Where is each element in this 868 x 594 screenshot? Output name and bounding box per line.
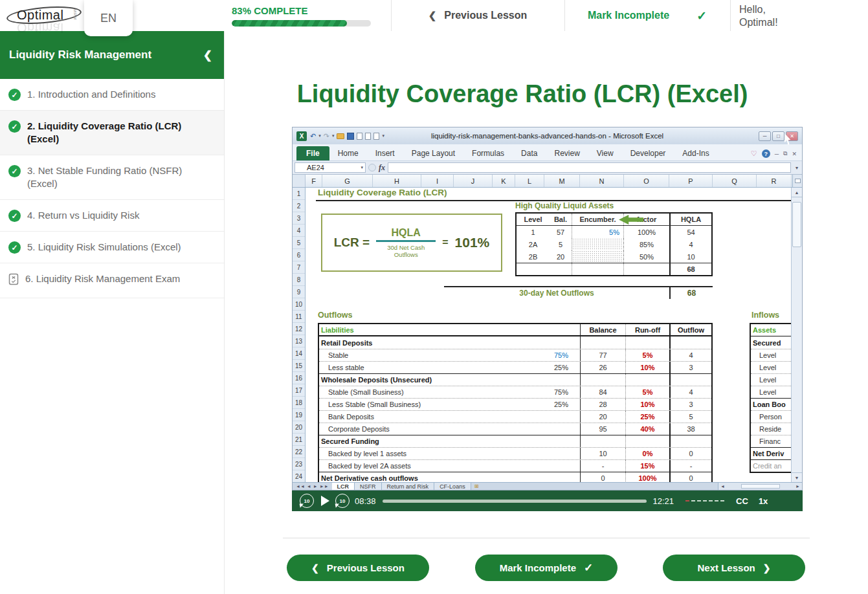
video-player[interactable]: X ↶▾ ↷▾ ▾ liquidity-risk-management-bank… (292, 127, 803, 511)
outflows-label-cell: Wholesale Deposits (Unsecured) (319, 374, 580, 386)
sidebar-item[interactable]: ✓5. Liquidity Risk Simulations (Excel) (0, 232, 224, 263)
outflows-balance-cell: 95 (580, 423, 625, 435)
outflows-row: Corporate Deposits9540%38 (319, 423, 711, 435)
footer-divider (283, 538, 810, 538)
volume-slider[interactable] (685, 500, 724, 501)
outflows-runoff-cell (625, 435, 669, 447)
sheet-title: Liquidity Coverage Ratio (LCR) (318, 188, 447, 197)
outflows-balance-cell: - (580, 460, 625, 472)
row-header-12: 12 (293, 323, 305, 335)
column-header-F: F (306, 175, 322, 187)
next-lesson-button[interactable]: Next Lesson ❯ (663, 555, 805, 581)
sheet-tab-bar: ◄◄ ◄ ► ►► LCRNSFRReturn and RiskCF-Loans… (293, 482, 802, 490)
window-buttons: ─ □ ✕ (759, 131, 798, 141)
outflows-runoff-cell: 5% (625, 349, 669, 361)
column-header-N: N (580, 175, 624, 187)
previous-lesson-link[interactable]: ❮ Previous Lesson (391, 0, 564, 31)
outflows-header-outflow: Outflow (669, 324, 711, 335)
hqla-empty-cell (572, 263, 624, 275)
greeting-line1: Hello, (739, 3, 778, 16)
outflows-outflow-cell: 4 (669, 386, 711, 398)
hqla-encumber-cell (572, 250, 624, 263)
close-workbook-icon: ✕ (792, 151, 797, 157)
hqla-level-cell: 2B (517, 250, 550, 263)
outflows-runoff-cell: 10% (625, 362, 669, 373)
inflows-row: Level (751, 361, 791, 373)
topbar-divider (730, 0, 731, 31)
hqla-header-level: Level (517, 214, 550, 225)
hqla-level-cell: 2A (517, 238, 550, 250)
sidebar-item[interactable]: ✓2. Liquidity Coverage Ratio (LCR) (Exce… (0, 111, 224, 155)
hqla-total-cell: 68 (669, 263, 711, 275)
outflows-outflow-cell: 38 (669, 423, 711, 435)
check-circle-icon: ✓ (8, 210, 21, 222)
outflows-pct-cell: 75% (554, 388, 580, 396)
playback-speed-button[interactable]: 1x (759, 496, 768, 506)
outflows-row: Net Derivative cash outflows0100%0 (319, 472, 711, 482)
hqla-header-bal: Bal. (550, 214, 572, 225)
outflows-runoff-cell: 15% (625, 460, 669, 472)
hqla-table: LevelBal.Encumber.factorHQLA1575%100%542… (515, 212, 713, 276)
chevron-left-icon: ❮ (428, 10, 437, 21)
restore-icon: □ (772, 131, 785, 141)
sidebar-item-label: 6. Liquidity Risk Management Exam (25, 272, 180, 289)
hqla-data-row: 1575%100%54 (517, 226, 711, 238)
hqla-header-encumber: Encumber. (572, 214, 624, 225)
row-headers: 123456789101112131415161718192021222324 (293, 188, 306, 482)
outflows-label-cell: Backed by level 2A assets (319, 460, 580, 472)
minimize-ribbon-icon: ─ (775, 151, 779, 157)
sheet-tab-return-and-risk: Return and Risk (382, 483, 435, 490)
checkmark-icon: ✓ (696, 8, 707, 23)
outflows-balance-cell: 28 (580, 399, 625, 410)
row-header-9: 9 (293, 286, 305, 298)
previous-lesson-label: Previous Lesson (444, 10, 527, 21)
optimal-logo[interactable]: Optimal Optimal MRM (6, 3, 87, 30)
sidebar-item[interactable]: ✓4. Return vs Liquidity Risk (0, 200, 224, 232)
ribbon-tab-data: Data (513, 147, 546, 160)
undo-dropdown-icon: ▾ (318, 133, 321, 138)
lcr-equals: = (442, 237, 448, 248)
row-header-7: 7 (293, 261, 305, 274)
play-button[interactable] (321, 496, 329, 506)
sidebar-item[interactable]: ✓1. Introduction and Definitions (0, 79, 224, 111)
language-selector[interactable]: EN (84, 0, 133, 36)
column-header-Q: Q (713, 175, 757, 187)
formula-bar-expand-icon: ▾ (794, 165, 800, 171)
net-outflows-row: 30-day Net Outflows 68 (444, 286, 713, 299)
rewind-10-button[interactable]: 10 (300, 494, 314, 508)
hqla-empty-cell (550, 263, 572, 275)
hqla-value-cell: 10 (669, 250, 711, 263)
closed-captions-button[interactable]: CC (736, 496, 748, 506)
lcr-denominator: 30d Net Cash Outflows (387, 244, 425, 258)
sidebar-collapse-button[interactable]: ❮ (203, 49, 212, 62)
greeting-line2: Optimal! (739, 16, 778, 29)
sheet-tab-nav: ◄◄ ◄ ► ►► (293, 483, 332, 490)
inflows-header-assets: Assets (751, 324, 791, 336)
check-circle-icon: ✓ (8, 120, 21, 133)
previous-lesson-button[interactable]: ❮ Previous Lesson (287, 555, 429, 581)
sidebar-item[interactable]: ✓3. Net Stable Funding Ratio (NSFR) (Exc… (0, 155, 224, 200)
row-header-19: 19 (293, 409, 305, 421)
volume-dash (691, 500, 695, 501)
outflows-outflow-cell: 4 (669, 349, 711, 361)
row-header-15: 15 (293, 360, 305, 372)
seek-bar[interactable] (383, 500, 647, 503)
scrollbar-thumb (792, 202, 801, 247)
user-greeting: Hello, Optimal! (739, 3, 778, 29)
outflows-balance-cell: 77 (580, 349, 625, 361)
outflows-balance-cell: 84 (580, 386, 625, 398)
hqla-header-hqla: HQLA (669, 214, 711, 225)
column-headers: FGHIJKLMNOPQR (293, 175, 802, 188)
outflows-header-runoff: Run-off (625, 324, 669, 335)
forward-10-button[interactable]: 10 (335, 494, 350, 508)
mark-incomplete-button[interactable]: Mark Incomplete ✓ (475, 555, 618, 581)
mark-incomplete-link[interactable]: Mark Incomplete ✓ (564, 0, 730, 31)
hqla-empty-cell (624, 263, 669, 275)
sidebar-item[interactable]: 6. Liquidity Risk Management Exam (0, 263, 224, 298)
volume-level-dash (685, 500, 689, 501)
outflows-row: Wholesale Deposits (Unsecured) (319, 373, 711, 386)
outflows-label-text: Backed by level 1 assets (328, 450, 406, 457)
outflows-runoff-cell: 40% (625, 423, 669, 435)
outflows-balance-cell (580, 435, 625, 447)
language-label: EN (100, 12, 117, 25)
